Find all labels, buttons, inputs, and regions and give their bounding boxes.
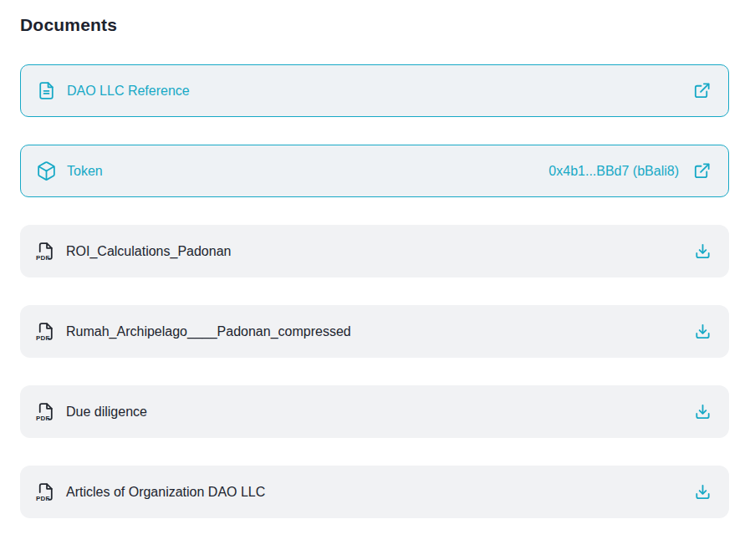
download-icon[interactable]	[693, 242, 712, 261]
documents-page: Documents DAO LLC Reference Token 0x4b1.…	[0, 0, 755, 560]
pdf-icon: PDF	[35, 321, 56, 342]
svg-text:PDF: PDF	[36, 415, 49, 422]
download-icon[interactable]	[693, 402, 712, 421]
document-card: PDF Articles of Organization DAO LLC	[20, 466, 729, 518]
document-card[interactable]: DAO LLC Reference	[20, 64, 729, 117]
document-label: Due diligence	[66, 405, 147, 420]
document-label: ROI_Calculations_Padonan	[66, 244, 231, 259]
pdf-icon: PDF	[35, 241, 56, 262]
cube-icon	[36, 160, 57, 181]
pdf-icon: PDF	[35, 481, 56, 502]
document-card: PDF Due diligence	[20, 385, 729, 438]
external-link-icon[interactable]	[692, 161, 712, 181]
download-icon[interactable]	[693, 322, 712, 341]
document-list: DAO LLC Reference Token 0x4b1...BBd7 (bB…	[20, 64, 729, 518]
document-card: PDF ROI_Calculations_Padonan	[20, 225, 729, 277]
token-address: 0x4b1...BBd7 (bBali8)	[548, 164, 679, 179]
document-icon	[36, 80, 57, 101]
svg-text:PDF: PDF	[36, 254, 49, 262]
external-link-icon[interactable]	[692, 81, 712, 100]
document-label: Token	[67, 164, 103, 179]
document-label: DAO LLC Reference	[67, 84, 190, 99]
pdf-icon: PDF	[35, 401, 56, 422]
document-card[interactable]: Token 0x4b1...BBd7 (bBali8)	[20, 145, 729, 197]
svg-text:PDF: PDF	[36, 334, 49, 342]
svg-text:PDF: PDF	[36, 495, 49, 502]
document-label: Articles of Organization DAO LLC	[66, 485, 265, 500]
page-title: Documents	[20, 15, 729, 35]
document-label: Rumah_Archipelago____Padonan_compressed	[66, 324, 351, 339]
download-icon[interactable]	[693, 482, 712, 501]
document-card: PDF Rumah_Archipelago____Padonan_compres…	[20, 305, 729, 358]
